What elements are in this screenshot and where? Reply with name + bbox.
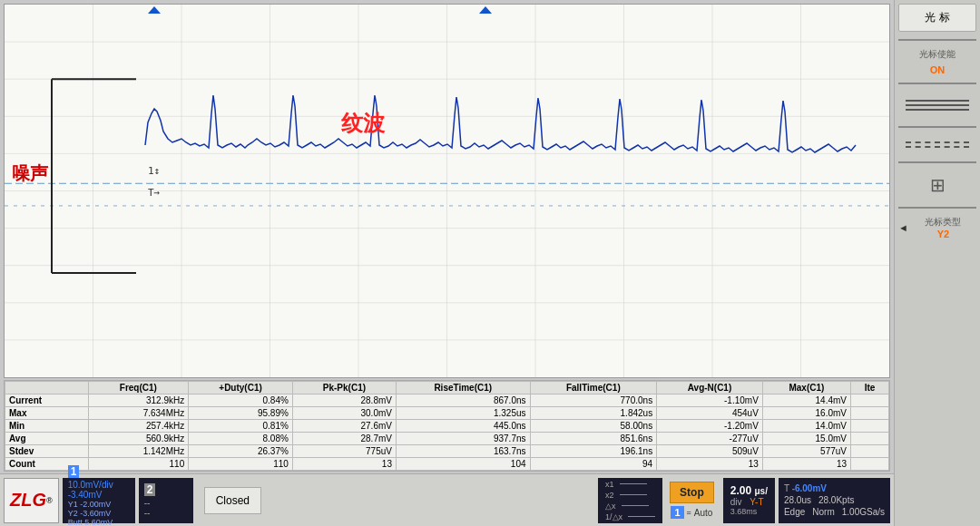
ch1-number: 1 [68, 465, 80, 478]
row-cell [851, 445, 889, 458]
ch1-y1-label: Y1 [68, 500, 78, 509]
row-cell: 26.37% [189, 445, 293, 458]
zlg-logo: ZLG ® [4, 478, 59, 523]
row-cell: 0.84% [189, 394, 293, 407]
cursor-arrow[interactable]: ◄ 光标类型 Y2 [898, 216, 976, 239]
col-header-rise: RiseTime(C1) [396, 382, 530, 394]
row-cell: 1.325us [396, 407, 530, 420]
auto-label: Auto [694, 508, 713, 518]
row-cell: 16.0mV [762, 407, 850, 420]
plus-icon[interactable]: ⊞ [898, 170, 976, 200]
row-cell: 7.634MHz [88, 407, 189, 420]
yt-label: Y-T [744, 497, 763, 507]
row-cell: 770.0ns [530, 394, 657, 407]
cursor-menu-title[interactable]: 光 标 [898, 4, 976, 32]
ch1-y2-label: Y2 [68, 509, 78, 518]
row-cell: 110 [189, 458, 293, 471]
norm-label: Norm [812, 507, 834, 517]
cursor-arrow-icon: ◄ [898, 222, 908, 233]
ripple-label: 纹波 [341, 109, 385, 138]
row-label: Current [5, 394, 89, 407]
row-cell [851, 420, 889, 433]
table-row: Stdev1.142MHz26.37%775uV163.7ns196.1ns50… [5, 445, 889, 458]
ch2-info: 2 -- -- [139, 478, 193, 523]
row-cell [851, 394, 889, 407]
noise-label: 噪声 [12, 161, 48, 186]
col-header-pkpk: Pk-Pk(C1) [292, 382, 396, 394]
col-header-avg: Avg-N(C1) [657, 382, 763, 394]
record-len: 3.68ms [730, 507, 768, 516]
timebase-div-label: div [730, 497, 742, 507]
trigger-val: -6.00mV [792, 483, 827, 493]
row-cell: 15.0mV [762, 433, 850, 445]
row-cell [851, 458, 889, 471]
cursor-enable-value[interactable]: ON [898, 64, 976, 75]
row-cell: 163.7ns [396, 445, 530, 458]
stop-button[interactable]: Stop [670, 482, 714, 503]
closed-button[interactable]: Closed [204, 487, 261, 514]
row-cell: 445.0ns [396, 420, 530, 433]
row-cell: 0.81% [189, 420, 293, 433]
row-cell [851, 433, 889, 445]
cursor-t-label: T→ [148, 187, 160, 199]
row-cell: 28.7mV [292, 433, 396, 445]
row-label: Min [5, 420, 89, 433]
trigger-time1: 28.0us [784, 495, 811, 505]
cursor-type-label: 光标类型 [910, 216, 976, 229]
row-cell: 851.6ns [530, 433, 657, 445]
col-header-freq: Freq(C1) [88, 382, 189, 394]
row-cell: 509uV [657, 445, 763, 458]
row-cell: 30.0mV [292, 407, 396, 420]
row-cell: 577uV [762, 445, 850, 458]
row-cell: 775uV [292, 445, 396, 458]
ch2-val1: -- [144, 498, 188, 508]
row-cell: 13 [762, 458, 850, 471]
ch1-butt-label: Butt [68, 518, 83, 527]
col-header-duty: +Duty(C1) [189, 382, 293, 394]
x1-label: x1 [605, 480, 614, 489]
row-cell: 14.4mV [762, 394, 850, 407]
table-row: Current312.9kHz0.84%28.8mV867.0ns770.0ns… [5, 394, 889, 407]
row-cell: 28.8mV [292, 394, 396, 407]
dashed-line-icon[interactable] [898, 135, 976, 154]
cursor-1t-label: 1↕ [148, 165, 160, 177]
row-label: Stdev [5, 445, 89, 458]
row-cell: 196.1ns [530, 445, 657, 458]
row-cell: 454uV [657, 407, 763, 420]
row-cell: 14.0mV [762, 420, 850, 433]
trigger-time2: 28.0Kpts [818, 495, 854, 505]
ax-label: △x [605, 502, 616, 511]
col-header-ite: Ite [851, 382, 889, 394]
trigger-t-label: T [784, 483, 789, 493]
ch1-info: 1 10.0mV/div -3.40mV Y1 -2.00mV Y2 -3.60… [63, 478, 135, 523]
run-equals: = [687, 508, 691, 517]
table-row: Avg560.9kHz8.08%28.7mV937.7ns851.6ns-277… [5, 433, 889, 445]
cursor-type-value[interactable]: Y2 [910, 229, 976, 239]
row-cell: 27.6mV [292, 420, 396, 433]
row-cell [851, 407, 889, 420]
row-cell: -277uV [657, 433, 763, 445]
row-cell: 1.842us [530, 407, 657, 420]
ch1-div: 10.0mV/div [68, 480, 130, 490]
table-row: Min257.4kHz0.81%27.6mV445.0ns58.00ns-1.2… [5, 420, 889, 433]
row-cell: 257.4kHz [88, 420, 189, 433]
row-cell: 312.9kHz [88, 394, 189, 407]
row-label: Avg [5, 433, 89, 445]
timebase-val: 2.00 [730, 484, 751, 497]
trigger-info: x1 x2 △x 1/△x [598, 478, 662, 523]
timebase-unit: μs/ [754, 486, 767, 496]
table-row: Max7.634MHz95.89%30.0mV1.325us1.842us454… [5, 407, 889, 420]
status-bar: ZLG ® 1 10.0mV/div -3.40mV Y1 -2.00mV Y2… [0, 473, 894, 526]
row-cell: 13 [292, 458, 396, 471]
ch1-y1-val: -2.00mV [80, 500, 111, 509]
trigger-detail: T -6.00mV 28.0us 28.0Kpts Edge Norm 1.00… [779, 478, 890, 523]
row-cell: 937.7ns [396, 433, 530, 445]
cursor-line-icon[interactable] [898, 92, 976, 119]
row-cell: 867.0ns [396, 394, 530, 407]
row-cell: 104 [396, 458, 530, 471]
ch2-val2: -- [144, 508, 188, 518]
row-label: Max [5, 407, 89, 420]
x2-label: x2 [605, 491, 614, 500]
row-cell: 8.08% [189, 433, 293, 445]
table-row: Count11011013104941313 [5, 458, 889, 471]
